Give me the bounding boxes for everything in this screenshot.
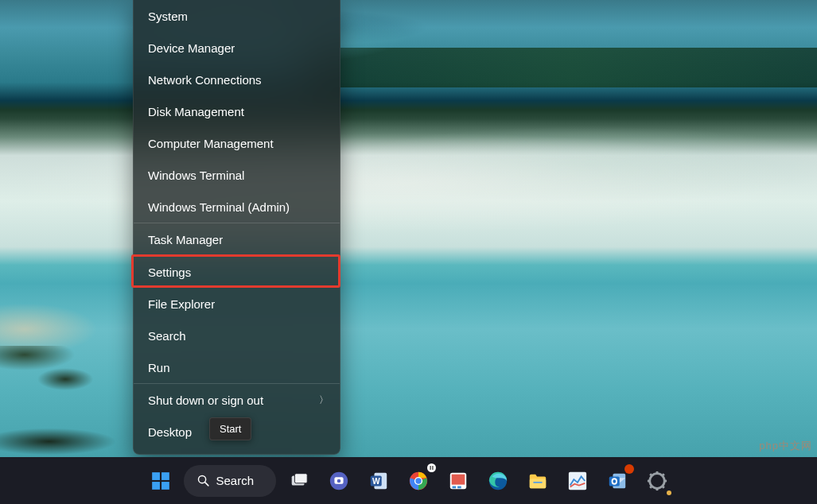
word-icon: W bbox=[368, 470, 390, 492]
task-view-button[interactable] bbox=[282, 464, 316, 498]
svg-rect-1 bbox=[161, 472, 169, 480]
start-tooltip: Start bbox=[209, 417, 251, 440]
menu-network-connections[interactable]: Network Connections bbox=[134, 64, 340, 95]
svg-point-39 bbox=[654, 478, 659, 483]
svg-rect-21 bbox=[452, 486, 456, 488]
word-button[interactable]: W bbox=[362, 464, 395, 498]
svg-rect-22 bbox=[457, 486, 461, 488]
new-mail-badge-icon bbox=[624, 464, 634, 474]
teams-icon bbox=[328, 470, 350, 492]
menu-task-manager[interactable]: Task Manager bbox=[134, 223, 340, 255]
svg-rect-18 bbox=[432, 466, 433, 470]
menu-computer-management[interactable]: Computer Management bbox=[134, 127, 340, 159]
edge-button[interactable] bbox=[481, 464, 515, 498]
search-icon bbox=[196, 474, 210, 487]
edge-icon bbox=[487, 470, 509, 492]
taskbar-search[interactable]: Search bbox=[184, 465, 276, 497]
gear-icon bbox=[646, 470, 668, 492]
chrome-button[interactable] bbox=[402, 464, 435, 498]
menu-search[interactable]: Search bbox=[134, 320, 340, 351]
svg-line-35 bbox=[650, 474, 652, 476]
svg-rect-17 bbox=[430, 466, 430, 470]
svg-line-38 bbox=[662, 474, 664, 476]
file-explorer-button[interactable] bbox=[521, 464, 554, 498]
chevron-right-icon: 〉 bbox=[319, 394, 329, 407]
snipping-tool-button[interactable] bbox=[442, 464, 475, 498]
menu-disk-management[interactable]: Disk Management bbox=[134, 95, 340, 127]
svg-line-36 bbox=[662, 486, 664, 488]
desktop-wallpaper[interactable] bbox=[0, 0, 817, 457]
folder-icon bbox=[527, 470, 549, 492]
svg-point-10 bbox=[337, 479, 340, 483]
outlook-button[interactable] bbox=[601, 464, 634, 498]
start-button[interactable] bbox=[144, 464, 177, 498]
settings-button[interactable] bbox=[640, 464, 674, 498]
menu-file-explorer[interactable]: File Explorer bbox=[134, 288, 340, 320]
pause-badge-icon bbox=[427, 463, 436, 472]
svg-rect-0 bbox=[152, 472, 160, 480]
windows-logo-icon bbox=[150, 471, 171, 491]
svg-line-5 bbox=[204, 483, 208, 486]
svg-rect-28 bbox=[609, 476, 619, 486]
svg-point-16 bbox=[415, 478, 421, 483]
svg-rect-20 bbox=[451, 474, 465, 484]
task-view-icon bbox=[288, 470, 310, 492]
teams-chat-button[interactable] bbox=[322, 464, 356, 498]
svg-rect-24 bbox=[529, 479, 545, 488]
svg-rect-26 bbox=[568, 471, 586, 489]
menu-shutdown-signout[interactable]: Shut down or sign out 〉 bbox=[134, 384, 340, 416]
svg-text:W: W bbox=[372, 476, 379, 485]
svg-rect-2 bbox=[152, 482, 160, 490]
winx-menu: System Device Manager Network Connection… bbox=[133, 0, 340, 455]
svg-rect-25 bbox=[533, 481, 542, 483]
notification-dot-icon bbox=[667, 490, 671, 495]
watermark: php中文网 bbox=[759, 439, 812, 453]
svg-rect-3 bbox=[161, 482, 169, 490]
taskbar: Search W bbox=[0, 457, 817, 504]
menu-settings[interactable]: Settings bbox=[134, 256, 340, 288]
menu-device-manager[interactable]: Device Manager bbox=[134, 32, 340, 64]
svg-line-37 bbox=[650, 486, 652, 488]
menu-windows-terminal-admin[interactable]: Windows Terminal (Admin) bbox=[134, 191, 340, 223]
snipping-tool-icon bbox=[447, 470, 469, 492]
menu-windows-terminal[interactable]: Windows Terminal bbox=[134, 159, 340, 191]
stats-app-button[interactable] bbox=[561, 464, 594, 498]
outlook-icon bbox=[606, 470, 628, 492]
svg-rect-7 bbox=[294, 473, 307, 483]
menu-run[interactable]: Run bbox=[134, 351, 340, 383]
chart-icon bbox=[566, 470, 589, 492]
chrome-icon bbox=[407, 470, 430, 492]
menu-system[interactable]: System bbox=[134, 0, 340, 32]
search-label: Search bbox=[216, 474, 255, 487]
